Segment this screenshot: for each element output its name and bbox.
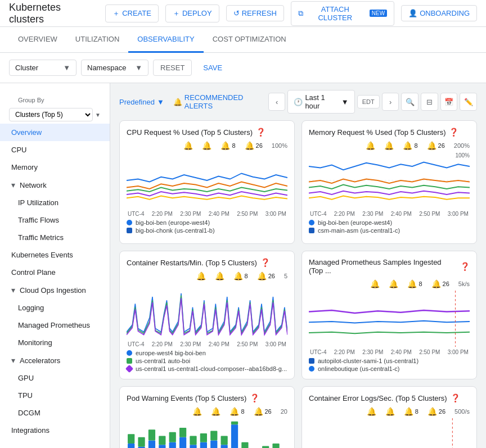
svg-rect-10 (169, 442, 176, 448)
search-button[interactable]: 🔍 (401, 93, 418, 111)
restarts-alert-row: 🔔 🔔 🔔8 🔔26 5 (127, 271, 287, 280)
reset-button[interactable]: RESET (153, 60, 192, 76)
sidebar-item-ip-utilization[interactable]: IP Utilization (0, 194, 110, 211)
predefined-select[interactable]: Predefined ▼ (119, 98, 164, 106)
tab-overview[interactable]: OVERVIEW (9, 27, 66, 53)
sidebar-item-managed-prometheus[interactable]: Managed Prometheus (0, 316, 110, 334)
sidebar-item-traffic-metrics[interactable]: Traffic Metrics (0, 229, 110, 246)
chevron-down-icon: ▼ (95, 112, 101, 118)
legend-item: autopilot-cluster-sami-1 (us-central1) (309, 358, 470, 364)
bell-icon: 🔔 (192, 407, 202, 416)
alert-bell-1: 🔔 (366, 141, 375, 150)
alert-bell-1: 🔔 (370, 279, 380, 288)
sidebar-item-gpu[interactable]: GPU (0, 369, 110, 387)
group-by-select[interactable]: Clusters (Top 5) Namespaces (Top 5) Node… (9, 108, 93, 121)
expand-icon: ▾ (11, 286, 15, 295)
legend-color (309, 366, 314, 372)
y-max-label: 5 (284, 273, 287, 279)
deploy-button[interactable]: ＋ DEPLOY (165, 4, 219, 22)
sidebar-item-dcgm[interactable]: DCGM (0, 404, 110, 422)
filter-settings-button[interactable]: ⊟ (421, 93, 438, 111)
svg-rect-6 (148, 440, 155, 448)
sidebar-section-network[interactable]: ▾Network (0, 176, 110, 194)
new-badge: NEW (370, 10, 387, 17)
svg-rect-17 (200, 433, 207, 442)
time-range-selector[interactable]: 🕐 Last 1 hour ▼ (287, 90, 354, 114)
managed-prometheus-chart-card: Managed Prometheus Samples Ingested (Top… (302, 251, 477, 379)
sidebar-section-cloud-ops[interactable]: ▾Cloud Ops Ingestion (0, 281, 110, 299)
svg-rect-14 (190, 445, 196, 448)
sidebar: Group By Clusters (Top 5) Namespaces (To… (0, 83, 110, 448)
create-button[interactable]: ＋ CREATE (105, 4, 159, 22)
memory-x-axis: UTC-42:20 PM2:30 PM2:40 PM2:50 PM3:00 PM (309, 211, 470, 217)
alert-count-8: 🔔8 (404, 407, 418, 416)
restarts-chart-title: Container Restarts/Min. (Top 5 Clusters)… (127, 258, 287, 267)
page-title: Kubernetes clusters (9, 2, 94, 25)
save-button[interactable]: SAVE (196, 60, 229, 75)
restarts-x-axis: UTC-42:20 PM2:30 PM2:40 PM2:50 PM3:00 PM (127, 341, 287, 347)
tab-utilization[interactable]: UTILIZATION (66, 27, 128, 53)
bell-icon: 🔔 (233, 271, 243, 280)
alert-count-26: 🔔26 (427, 141, 445, 150)
legend-item: onlineboutique (us-central1-c) (309, 365, 470, 372)
chart-grid: CPU Request % Used (Top 5 Clusters) ❓ 🔔 … (119, 120, 477, 448)
svg-rect-16 (200, 442, 207, 448)
alert-bell-2: 🔔 (211, 407, 220, 416)
namespace-select[interactable]: Namespace ▼ (81, 60, 148, 76)
tab-observability[interactable]: OBSERVABILITY (128, 27, 203, 53)
sidebar-item-tpu[interactable]: TPU (0, 387, 110, 404)
alert-bell-1: 🔔 (196, 271, 206, 280)
alert-bell-2: 🔔 (202, 141, 212, 150)
onboarding-button[interactable]: 👤 ONBOARDING (401, 5, 477, 21)
deploy-icon: ＋ (173, 8, 180, 19)
refresh-button[interactable]: ↺ REFRESH (226, 5, 284, 21)
y-max-label: 20 (281, 408, 287, 415)
help-icon[interactable]: ❓ (256, 128, 266, 137)
restarts-chart-area (127, 283, 287, 339)
tab-cost-optimization[interactable]: COST OPTIMIZATION (204, 27, 295, 53)
recommended-alerts-btn[interactable]: 🔔 RECOMMENDED ALERTS (173, 93, 268, 110)
sidebar-item-monitoring[interactable]: Monitoring (0, 334, 110, 351)
sidebar-item-cpu[interactable]: CPU (0, 141, 110, 159)
bell-icon: 🔔 (428, 407, 437, 416)
bell-icon: 🔔 (389, 279, 398, 288)
prometheus-alert-row: 🔔 🔔 🔔8 🔔26 5k/s (309, 279, 470, 288)
sidebar-item-integrations[interactable]: Integrations (0, 422, 110, 439)
refresh-icon: ↺ (233, 9, 240, 17)
legend-color (127, 350, 132, 356)
sidebar-item-control-plane[interactable]: Control Plane (0, 264, 110, 281)
help-icon[interactable]: ❓ (460, 262, 470, 271)
prometheus-chart-area (309, 291, 470, 347)
sidebar-item-traffic-flows[interactable]: Traffic Flows (0, 211, 110, 229)
help-icon[interactable]: ❓ (451, 393, 460, 402)
svg-rect-7 (148, 429, 155, 440)
sidebar-item-kubernetes-events[interactable]: Kubernetes Events (0, 246, 110, 264)
sidebar-item-overview[interactable]: Overview (0, 124, 110, 141)
svg-rect-18 (210, 440, 217, 448)
prometheus-chart-title: Managed Prometheus Samples Ingested (Top… (309, 258, 470, 275)
edit-button[interactable]: ✏️ (460, 93, 477, 111)
bell-icon: 🔔 (183, 141, 193, 150)
cluster-select[interactable]: Cluster ▼ (9, 60, 76, 76)
bell-icon: 🔔 (407, 279, 417, 288)
prev-time-button[interactable]: ‹ (268, 93, 286, 111)
attach-cluster-button[interactable]: ⧉ ATTACH CLUSTER NEW (291, 1, 394, 26)
sidebar-item-logging[interactable]: Logging (0, 299, 110, 316)
bell-icon: 🔔 (370, 279, 380, 288)
sidebar-item-memory[interactable]: Memory (0, 159, 110, 176)
bell-icon: 🔔 (257, 271, 267, 280)
next-time-button[interactable]: › (382, 93, 399, 111)
help-icon[interactable]: ❓ (260, 258, 270, 267)
help-icon[interactable]: ❓ (250, 393, 259, 402)
calendar-button[interactable]: 📅 (440, 93, 458, 111)
legend-item: us-central1 auto-boi (127, 358, 287, 364)
create-icon: ＋ (112, 8, 120, 19)
help-icon[interactable]: ❓ (449, 128, 458, 137)
prometheus-legend: autopilot-cluster-sami-1 (us-central1) o… (309, 358, 470, 372)
legend-color (127, 358, 132, 364)
pod-warning-chart-card: Pod Warning Events (Top 5 Clusters) ❓ 🔔 … (119, 386, 295, 448)
alert-count-8: 🔔8 (233, 271, 248, 280)
timezone-badge[interactable]: EDT (357, 95, 380, 108)
sidebar-section-accelerators[interactable]: ▾Accelerators (0, 351, 110, 369)
pod-chart-title: Pod Warning Events (Top 5 Clusters) ❓ (127, 393, 287, 402)
